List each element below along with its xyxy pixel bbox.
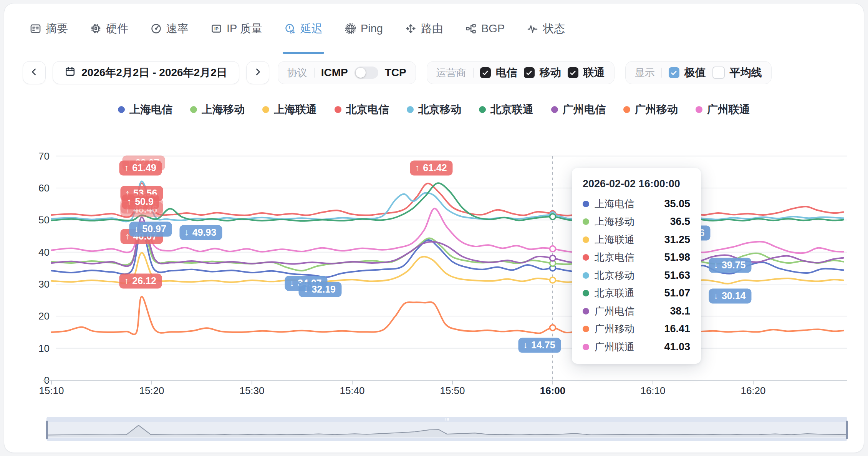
tab-hardware[interactable]: 硬件 xyxy=(90,3,128,54)
datazoom-handle-left[interactable] xyxy=(46,421,48,439)
date-range-button[interactable]: 2026年2月2日 - 2026年2月2日 xyxy=(53,61,239,84)
tooltip-series-value: 51.98 xyxy=(664,251,690,263)
extreme-badge: ↓39.75 xyxy=(709,258,751,273)
tab-speed[interactable]: 速率 xyxy=(150,3,189,54)
tooltip-title: 2026-02-02 16:00:00 xyxy=(583,178,690,190)
extreme-value: 50.9 xyxy=(135,196,154,207)
average-checkbox[interactable] xyxy=(712,67,725,79)
status-icon xyxy=(527,23,538,35)
tab-status[interactable]: 状态 xyxy=(527,3,565,54)
route-icon xyxy=(405,23,417,35)
tab-label: 硬件 xyxy=(106,21,128,37)
legend-item[interactable]: 北京移动 xyxy=(407,102,461,117)
svg-text:40: 40 xyxy=(38,246,50,258)
legend-label: 北京电信 xyxy=(346,102,389,117)
tab-ping[interactable]: Ping xyxy=(345,3,383,54)
carrier-checkbox-unicom[interactable] xyxy=(568,67,578,78)
tooltip-row: 上海联通31.25 xyxy=(583,231,690,249)
hover-marker xyxy=(550,246,556,252)
carrier-group: 运营商 电信 移动 联通 xyxy=(427,61,615,84)
chevron-left-icon xyxy=(30,68,38,78)
carrier-checkbox-telecom[interactable] xyxy=(480,67,491,78)
legend-label: 上海联通 xyxy=(274,102,317,117)
extreme-badge: ↓30.14 xyxy=(709,288,751,303)
extreme-value: 32.19 xyxy=(311,283,336,295)
tooltip-row: 广州电信38.1 xyxy=(583,302,690,320)
tooltip-series-name: 北京移动 xyxy=(595,269,634,282)
tab-bgp[interactable]: BGP xyxy=(465,3,505,54)
hardware-icon xyxy=(90,23,102,35)
tooltip-series-dot xyxy=(583,308,589,315)
legend-dot xyxy=(335,106,341,113)
svg-text:15:50: 15:50 xyxy=(440,385,465,396)
tooltip-row: 北京联通51.07 xyxy=(583,285,690,303)
summary-icon xyxy=(30,23,41,35)
legend-item[interactable]: 广州移动 xyxy=(623,102,678,117)
hover-marker xyxy=(550,325,556,331)
tooltip-series-value: 36.5 xyxy=(670,216,690,228)
svg-text:15:40: 15:40 xyxy=(340,385,364,396)
carrier-checkbox-mobile[interactable] xyxy=(524,67,535,78)
tooltip-series-value: 38.1 xyxy=(670,305,690,317)
svg-text:15:30: 15:30 xyxy=(239,385,264,396)
datazoom-slider[interactable] xyxy=(46,417,847,441)
tab-ip-quality[interactable]: IPIP 质量 xyxy=(210,3,262,54)
tab-label: IP 质量 xyxy=(227,21,262,37)
extreme-badge: ↓14.75 xyxy=(518,338,561,353)
extreme-value: 61.42 xyxy=(423,162,447,173)
prev-day-button[interactable] xyxy=(23,61,46,84)
legend-item[interactable]: 北京电信 xyxy=(335,102,389,117)
protocol-toggle[interactable] xyxy=(354,67,378,79)
tooltip-series-dot xyxy=(583,236,589,243)
arrow-down-icon: ↓ xyxy=(134,225,139,233)
legend-item[interactable]: 上海移动 xyxy=(190,102,245,117)
datazoom-window[interactable] xyxy=(46,422,847,438)
svg-text:15:10: 15:10 xyxy=(39,385,64,396)
carrier-item-telecom: 电信 xyxy=(480,65,517,80)
legend-label: 北京联通 xyxy=(490,102,533,117)
datazoom-bottom-rail[interactable] xyxy=(46,438,847,441)
tooltip-series-dot xyxy=(583,254,589,261)
next-day-button[interactable] xyxy=(246,61,269,84)
display-item-extremes: 极值 xyxy=(669,65,706,80)
tab-label: 状态 xyxy=(543,21,565,37)
svg-text:60: 60 xyxy=(38,182,50,194)
legend-dot xyxy=(696,106,702,113)
hover-marker xyxy=(550,277,556,283)
legend-label: 广州联通 xyxy=(707,102,750,117)
svg-text:16:20: 16:20 xyxy=(740,385,765,396)
legend-item[interactable]: 上海电信 xyxy=(118,102,172,117)
extreme-badge: ↑61.42 xyxy=(410,161,453,176)
calendar-icon xyxy=(65,66,76,80)
legend-label: 广州电信 xyxy=(563,102,606,117)
tooltip-series-name: 北京联通 xyxy=(595,286,634,300)
tooltip-row: 北京移动51.63 xyxy=(583,266,690,285)
extreme-badge: ↓49.93 xyxy=(179,225,222,240)
arrow-up-icon: ↑ xyxy=(124,163,129,172)
tooltip-series-value: 16.41 xyxy=(664,323,690,335)
extreme-value: 49.93 xyxy=(192,226,217,238)
svg-text:10: 10 xyxy=(38,343,50,354)
toggle-knob xyxy=(356,68,366,78)
extremes-checkbox[interactable] xyxy=(669,67,679,78)
legend-item[interactable]: 上海联通 xyxy=(262,102,317,117)
tab-route[interactable]: 路由 xyxy=(405,3,443,54)
legend-item[interactable]: 北京联通 xyxy=(479,102,533,117)
tooltip-series-value: 51.63 xyxy=(664,270,690,281)
legend-item[interactable]: 广州电信 xyxy=(551,102,606,117)
hover-marker xyxy=(550,214,556,220)
legend-item[interactable]: 广州联通 xyxy=(696,102,750,117)
tab-summary[interactable]: 摘要 xyxy=(30,3,68,54)
tooltip-series-value: 35.05 xyxy=(664,198,690,210)
speed-icon xyxy=(150,23,162,35)
extreme-badge: ↑26.12 xyxy=(119,274,162,289)
datazoom-top-rail[interactable] xyxy=(46,417,847,422)
datazoom-grip-icon[interactable] xyxy=(444,418,450,421)
legend-label: 广州移动 xyxy=(635,102,678,117)
tooltip-series-name: 北京电信 xyxy=(595,251,634,264)
legend-dot xyxy=(262,106,269,113)
tab-latency[interactable]: 24延迟 xyxy=(284,3,323,54)
extreme-value: 50.97 xyxy=(142,223,166,235)
protocol-tcp-label: TCP xyxy=(385,67,406,79)
datazoom-handle-right[interactable] xyxy=(846,421,848,439)
